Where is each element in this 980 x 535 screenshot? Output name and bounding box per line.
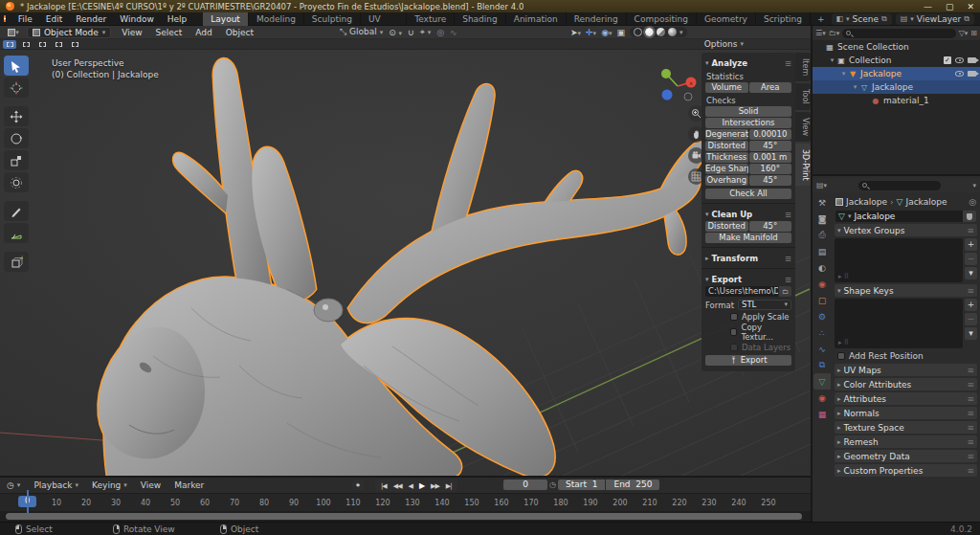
tool-move[interactable] [4,106,29,126]
menu-window[interactable]: Window [113,12,161,26]
timeline-menu-marker[interactable]: Marker [167,480,211,490]
properties-tab-object[interactable]: ▢ [813,292,831,308]
tool-transform[interactable] [4,172,29,192]
workspace-tab-geometry-nodes[interactable]: Geometry Nodes [697,12,756,26]
panel-color-attributes[interactable]: ▸Color Attributes≡ [835,378,977,390]
eye-icon[interactable] [955,57,964,63]
tool-scale[interactable] [4,150,29,170]
play-reverse-button[interactable]: ◀ [406,481,415,491]
tool-annotate[interactable] [4,201,29,221]
outliner-row-jackalope[interactable]: ▾▽Jackalope [813,80,980,94]
menu-select[interactable]: Select [149,26,189,39]
workspace-tab-texture-paint[interactable]: Texture Paint [407,12,455,26]
viewlayer-selector[interactable]: ▤ ▾ ViewLayer ⧉ [896,13,974,25]
vertex-group-specials-button[interactable]: ▾ [965,267,977,279]
outliner-display-mode-button[interactable]: 🗀▾ [829,29,840,37]
camera-icon[interactable] [968,57,976,63]
workspace-tab-modeling[interactable]: Modeling [249,12,304,26]
shape-keys-list[interactable]: ▸ ⠿ [835,299,963,348]
checkbox-icon[interactable]: ✓ [944,56,951,64]
panel-custom-properties[interactable]: ▸Custom Properties≡ [835,464,977,477]
outliner-row-scene-collection[interactable]: ▦Scene Collection [813,40,980,54]
properties-tab-scene[interactable]: ◐ [813,259,831,276]
next-keyframe-button[interactable]: ▶▶ [428,481,442,491]
menu-add[interactable]: Add [189,26,218,39]
jump-to-start-button[interactable]: |◀ [378,481,390,491]
cleanup-distorted-button[interactable]: Distorted [705,221,748,232]
breadcrumb-data[interactable]: Jackalope [905,197,947,207]
check-solid-button[interactable]: Solid [705,106,791,117]
panel-remesh[interactable]: ▸Remesh≡ [835,435,977,448]
outliner-row-material_1[interactable]: ●material_1 [813,94,980,107]
orientation-dropdown[interactable]: ⤡ Global ▾ [340,27,383,37]
properties-tab-constraints[interactable]: ⧉ [813,357,831,373]
play-button[interactable]: ▶ [416,480,427,491]
export-option-apply-scale[interactable]: Apply Scale [730,312,791,322]
properties-tab-material[interactable]: ◉ [813,390,831,406]
vertex-groups-list[interactable]: ▸ ⠿ [835,238,963,282]
check-degenerate-value[interactable]: 0.00010 [749,129,792,140]
select-mode-extend[interactable] [19,40,33,49]
camera-icon[interactable] [968,71,976,77]
export-panel-header[interactable]: ▾Export≡ [705,275,791,284]
properties-search-input[interactable] [858,181,941,190]
tool-rotate[interactable] [4,128,29,148]
timeline-menu-keying[interactable]: Keying▾ [85,480,134,490]
properties-tab-data[interactable]: ▽ [813,373,831,390]
menu-view[interactable]: View [115,26,148,39]
sidebar-tab-item[interactable]: Item [795,53,811,81]
add-vertex-group-button[interactable]: + [965,238,977,251]
snap-toggle[interactable]: ∪ [408,28,414,37]
tool-cursor[interactable] [4,78,29,98]
workspace-tab-layout[interactable]: Layout [203,12,249,26]
folder-browse-icon[interactable]: 🗀 [779,286,791,297]
menu-object[interactable]: Object [219,26,260,39]
remove-vertex-group-button[interactable]: − [965,253,977,265]
sidebar-tab-tool[interactable]: Tool [795,83,811,110]
workspace-tab-scripting[interactable]: Scripting [756,12,811,26]
blender-menu-icon[interactable] [4,14,6,24]
scene-selector[interactable]: ◧ ▾ Scene ⧉ [832,13,892,25]
properties-tab-physics[interactable]: ∿ [813,341,831,357]
auto-keying-toggle[interactable]: ⏺ [352,480,364,490]
navigation-gizmo[interactable]: x [657,65,699,107]
check-thickness-value[interactable]: 0.001 m [749,152,792,163]
frame-start-field[interactable]: Start 1 [558,479,605,490]
properties-options-dropdown[interactable]: ▾ [972,182,976,189]
menu-render[interactable]: Render [69,12,113,26]
timeline-editor-type-button[interactable]: ◷▾ [0,480,27,490]
properties-tab-output[interactable]: ⎙ [813,227,831,243]
area-button[interactable]: Area [749,82,792,93]
clean-up-panel-header[interactable]: ▾Clean Up≡ [705,210,791,219]
proportional-editing-toggle[interactable]: ◎ [436,28,444,37]
panel-attributes[interactable]: ▸Attributes≡ [835,392,977,405]
datablock-name-field[interactable]: ▽▾Jackalope [835,211,976,222]
outliner-editor-type-button[interactable]: ☰▾ [815,29,826,37]
check-distorted-button[interactable]: Distorted [705,141,748,151]
check-edge-sharp-button[interactable]: Edge Sharp [705,164,748,174]
add-workspace-button[interactable]: + [811,12,832,26]
workspace-tab-compositing[interactable]: Compositing [627,12,697,26]
tool-select-box[interactable] [4,56,29,76]
shading-wireframe-button[interactable] [634,28,642,36]
workspace-tab-shading[interactable]: Shading [455,12,506,26]
panel-texture-space[interactable]: ▸Texture Space≡ [835,421,977,434]
check-thickness-button[interactable]: Thickness [705,152,748,163]
shape-key-specials-button[interactable]: ▾ [965,327,977,340]
shading-solid-button[interactable] [645,28,654,36]
proportional-falloff-dropdown[interactable]: ∿ [450,28,457,37]
close-button[interactable]: ✕ [967,2,974,11]
check-all-button[interactable]: Check All [705,189,791,199]
outliner-row-jackalope[interactable]: ▾▼Jackalope [813,67,980,80]
workspace-tab-uv-editing[interactable]: UV Editing [361,12,407,26]
add-shape-key-button[interactable]: + [965,299,977,311]
tool-add-cube[interactable]: + [4,252,29,272]
select-mode-set[interactable] [3,40,16,49]
select-mode-intersect[interactable] [68,40,81,49]
select-mode-invert[interactable] [52,40,65,49]
timeline-ruler[interactable]: 0 10203040506070809010011012013014015016… [0,493,811,511]
transform-panel-header[interactable]: ▸Transform≡ [705,254,791,263]
timeline-scrollbar-thumb[interactable] [6,513,802,520]
shading-material-button[interactable] [657,28,665,36]
timeline-menu-view[interactable]: View [134,480,167,490]
